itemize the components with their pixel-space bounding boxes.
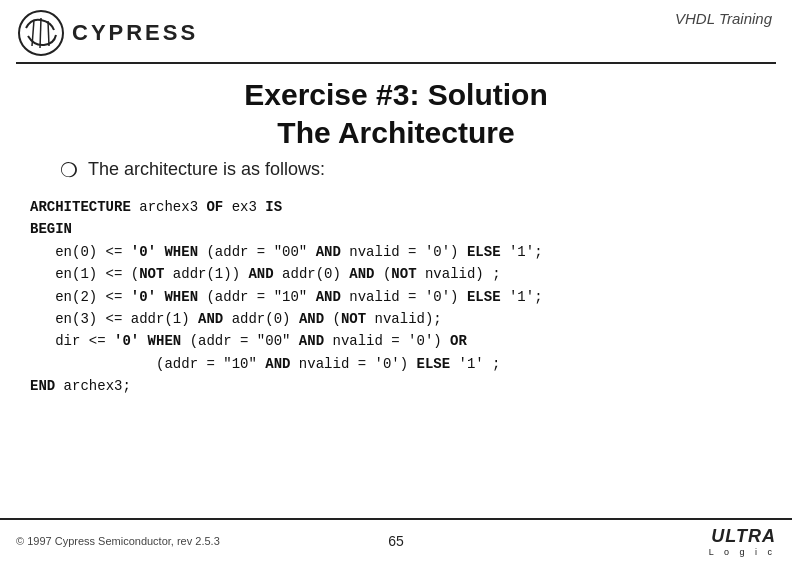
title-line1: Exercise #3: Solution: [0, 76, 792, 114]
slide: CYPRESS VHDL Training Exercise #3: Solut…: [0, 0, 792, 562]
slide-title: Exercise #3: Solution The Architecture: [0, 76, 792, 151]
code-line-2: BEGIN: [30, 218, 762, 240]
title-section: Exercise #3: Solution The Architecture: [0, 76, 792, 151]
svg-line-2: [40, 18, 41, 48]
code-line-7: dir <= '0' WHEN (addr = "00" AND nvalid …: [30, 330, 762, 352]
cypress-logo-icon: [16, 8, 66, 58]
title-line2: The Architecture: [0, 114, 792, 152]
ultra-logo-sub: L o g i c: [709, 547, 776, 557]
code-line-1: ARCHITECTURE archex3 OF ex3 IS: [30, 196, 762, 218]
header: CYPRESS VHDL Training: [0, 0, 792, 58]
subtitle-section: ❍ The architecture is as follows:: [60, 159, 792, 180]
footer-logo: ULTRA L o g i c: [709, 526, 776, 557]
footer: © 1997 Cypress Semiconductor, rev 2.5.3 …: [0, 518, 792, 562]
training-label: VHDL Training: [675, 10, 772, 27]
code-line-5: en(2) <= '0' WHEN (addr = "10" AND nvali…: [30, 286, 762, 308]
code-line-4: en(1) <= (NOT addr(1)) AND addr(0) AND (…: [30, 263, 762, 285]
logo-area: CYPRESS: [16, 8, 198, 58]
subtitle-text: The architecture is as follows:: [88, 159, 325, 180]
code-line-6: en(3) <= addr(1) AND addr(0) AND (NOT nv…: [30, 308, 762, 330]
footer-page-number: 65: [388, 533, 404, 549]
code-section: ARCHITECTURE archex3 OF ex3 IS BEGIN en(…: [30, 196, 762, 398]
header-divider: [16, 62, 776, 64]
bullet-icon: ❍: [60, 160, 78, 180]
svg-line-3: [48, 21, 49, 46]
code-line-3: en(0) <= '0' WHEN (addr = "00" AND nvali…: [30, 241, 762, 263]
logo-text: CYPRESS: [72, 20, 198, 46]
ultra-logo-text: ULTRA: [711, 526, 776, 547]
footer-copyright: © 1997 Cypress Semiconductor, rev 2.5.3: [16, 535, 220, 547]
code-line-8: (addr = "10" AND nvalid = '0') ELSE '1' …: [30, 353, 762, 375]
code-line-9: END archex3;: [30, 375, 762, 397]
